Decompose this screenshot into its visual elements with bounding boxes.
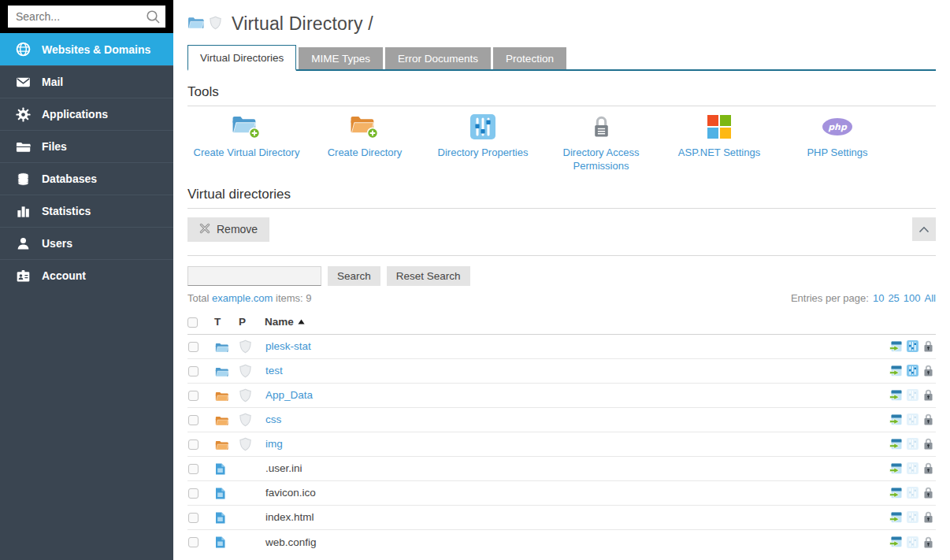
open-in-web-icon[interactable] [889, 536, 902, 548]
permissions-lock-icon[interactable] [923, 340, 933, 352]
sidebar-item-files[interactable]: Files [0, 130, 173, 162]
tab-mime-types[interactable]: MIME Types [299, 47, 383, 69]
sidebar-item-account[interactable]: Account [0, 259, 173, 291]
tools-heading: Tools [187, 84, 936, 100]
directory-name-link[interactable]: plesk-stat [265, 340, 311, 352]
table-row-favicon-ico: favicon.ico [187, 480, 936, 505]
column-type[interactable]: T [214, 310, 239, 335]
open-in-web-icon[interactable] [889, 389, 902, 402]
row-checkbox[interactable] [188, 488, 199, 499]
permissions-lock-icon[interactable] [923, 536, 933, 548]
folder-icon [215, 342, 228, 353]
entries-option-100[interactable]: 100 [904, 292, 921, 304]
total-items: Total example.com items: 9 [187, 292, 312, 304]
collapse-button[interactable] [912, 217, 936, 241]
tool-create-virtual-directory[interactable]: Create Virtual Directory [187, 113, 306, 173]
open-in-web-icon[interactable] [889, 365, 902, 377]
tab-virtual-directories[interactable]: Virtual Directories [187, 45, 296, 71]
permissions-lock-icon[interactable] [923, 487, 933, 499]
directory-name-link[interactable]: css [265, 414, 281, 425]
directory-properties-icon [907, 487, 918, 499]
sidebar: Websites & DomainsMailApplicationsFilesD… [0, 0, 173, 560]
row-checkbox[interactable] [188, 537, 199, 547]
search-button[interactable]: Search [328, 266, 380, 286]
sidebar-search [0, 0, 173, 33]
row-checkbox[interactable] [188, 366, 199, 376]
permissions-lock-icon[interactable] [923, 438, 933, 450]
search-input[interactable] [8, 6, 165, 28]
directory-name-link[interactable]: img [265, 438, 283, 450]
directory-name-link[interactable]: test [265, 365, 283, 376]
select-all-checkbox[interactable] [187, 317, 198, 328]
sidebar-item-mail[interactable]: Mail [0, 65, 173, 98]
tool-create-directory[interactable]: Create Directory [306, 113, 424, 173]
sidebar-item-databases[interactable]: Databases [0, 162, 173, 195]
open-in-web-icon[interactable] [889, 462, 902, 475]
entries-option-all[interactable]: All [925, 292, 936, 304]
tab-protection[interactable]: Protection [493, 47, 566, 69]
entries-option-25[interactable]: 25 [888, 292, 899, 304]
entries-option-10[interactable]: 10 [873, 292, 884, 304]
permissions-lock-icon[interactable] [923, 365, 933, 376]
permissions-lock-icon[interactable] [923, 389, 933, 401]
file-icon [215, 463, 225, 475]
tool-label: Create Virtual Directory [187, 146, 306, 160]
open-in-web-icon[interactable] [889, 438, 902, 451]
svg-text:php: php [828, 122, 848, 132]
search-icon[interactable] [146, 9, 161, 28]
row-checkbox[interactable] [188, 439, 199, 450]
row-checkbox[interactable] [188, 513, 199, 523]
permissions-lock-icon[interactable] [923, 511, 933, 523]
main-content: Virtual Directory / Virtual DirectoriesM… [173, 0, 950, 560]
permissions-lock-icon[interactable] [923, 414, 933, 425]
tool-php-settings[interactable]: phpPHP Settings [778, 113, 896, 173]
shield-icon [210, 16, 221, 33]
column-name-label: Name [265, 316, 294, 328]
file-name: favicon.ico [265, 487, 316, 499]
ms-logo-icon [707, 115, 731, 142]
remove-button[interactable]: Remove [187, 217, 269, 242]
sliders-icon [470, 114, 495, 143]
column-protection[interactable]: P [239, 310, 265, 335]
sidebar-item-websites-domains[interactable]: Websites & Domains [0, 33, 173, 65]
tool-directory-access-permissions[interactable]: Directory Access Permissions [542, 113, 660, 173]
tool-asp-net-settings[interactable]: ASP.NET Settings [660, 113, 778, 173]
id-card-icon [15, 269, 31, 284]
tab-bar: Virtual DirectoriesMIME TypesError Docum… [187, 45, 936, 71]
open-in-web-icon[interactable] [889, 414, 902, 426]
page-title: Virtual Directory / [232, 13, 373, 35]
list-heading: Virtual directories [187, 187, 936, 202]
tab-error-documents[interactable]: Error Documents [385, 47, 491, 69]
user-icon [15, 236, 31, 251]
row-checkbox[interactable] [188, 464, 199, 474]
row-checkbox[interactable] [188, 391, 199, 401]
directory-name-link[interactable]: App_Data [265, 389, 313, 401]
row-checkbox[interactable] [188, 342, 199, 352]
table-row-web-config: web.config [187, 529, 936, 554]
domain-link[interactable]: example.com [212, 292, 273, 304]
directory-properties-icon[interactable] [907, 340, 918, 352]
sidebar-item-users[interactable]: Users [0, 227, 173, 259]
filter-input[interactable] [187, 266, 321, 286]
page-header: Virtual Directory / [187, 0, 936, 35]
entries-label: Entries per page: [791, 292, 869, 304]
sidebar-item-applications[interactable]: Applications [0, 98, 173, 130]
row-checkbox[interactable] [188, 415, 199, 425]
tool-directory-properties[interactable]: Directory Properties [424, 113, 542, 173]
open-in-web-icon[interactable] [889, 511, 902, 524]
reset-search-button[interactable]: Reset Search [387, 266, 470, 286]
sidebar-item-label: Files [42, 140, 67, 153]
column-name[interactable]: Name [265, 310, 873, 335]
total-suffix: items: 9 [273, 292, 311, 304]
open-in-web-icon[interactable] [889, 340, 902, 353]
folder-icon [215, 391, 228, 402]
sidebar-item-label: Users [42, 237, 72, 250]
directory-properties-icon[interactable] [907, 365, 918, 376]
sidebar-item-label: Account [42, 269, 86, 282]
sidebar-item-statistics[interactable]: Statistics [0, 195, 173, 227]
table-row-img: img [187, 432, 936, 456]
list-toolbar: Remove [187, 209, 936, 250]
open-in-web-icon[interactable] [889, 487, 902, 499]
permissions-lock-icon[interactable] [923, 462, 933, 474]
sidebar-item-label: Websites & Domains [42, 43, 150, 56]
